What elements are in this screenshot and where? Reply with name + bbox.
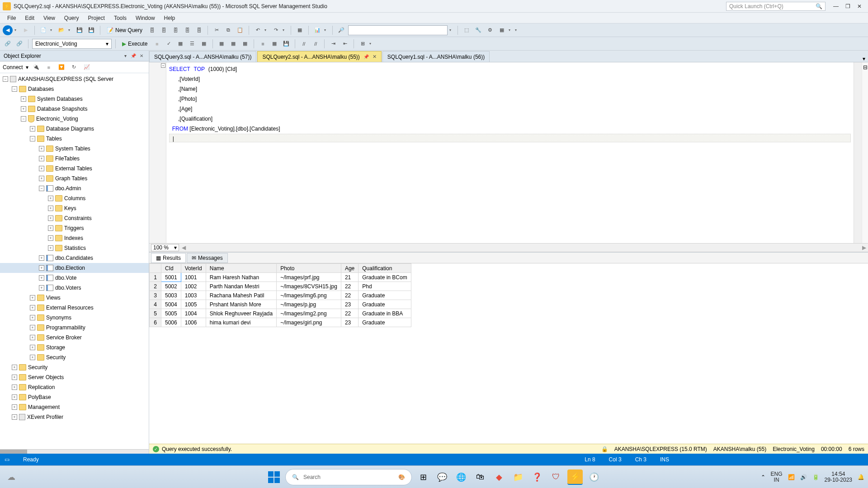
paste-button[interactable]: 📋 (235, 25, 245, 35)
t4-button[interactable]: ▦ (497, 25, 507, 35)
code-editor[interactable]: −SELECT TOP (1000) [CId] ,[VoterId] ,[Na… (149, 62, 868, 243)
client-stats-button[interactable]: ▦ (240, 39, 250, 49)
query-options-button[interactable]: ☰ (187, 39, 197, 49)
tab-sqlquery3[interactable]: SQLQuery3.sql - A...ANSHA\malku (57)) (149, 51, 256, 62)
panel-dropdown-icon[interactable]: ▾ (122, 52, 129, 60)
tree-system-tables[interactable]: +System Tables (0, 144, 149, 154)
table-row[interactable]: 650061006hima kumari devi~/Images/girl.p… (150, 318, 411, 327)
grid-cell[interactable]: ~/Images/p.jpg (277, 300, 341, 309)
copy-button[interactable]: ⧉ (223, 25, 233, 35)
change-connection-button[interactable]: 🔗 (14, 39, 24, 49)
grid-cell[interactable]: 21 (341, 273, 358, 282)
grid-cell[interactable]: Graduate (359, 318, 411, 327)
object-explorer-hscroll[interactable] (0, 449, 149, 454)
tree-programmability[interactable]: +Programmability (0, 323, 149, 333)
row-number[interactable]: 6 (150, 318, 161, 327)
comment-button[interactable]: // (299, 39, 309, 49)
grid-cell[interactable]: Parth Nandan Mestri (206, 282, 276, 291)
open-drop[interactable]: ▾ (68, 28, 73, 32)
grid-cell[interactable]: 1004 (181, 309, 206, 318)
grid-cell[interactable]: 1006 (181, 318, 206, 327)
stop-button-oe[interactable]: ■ (44, 62, 54, 72)
tree-dbo-vote[interactable]: +dbo.Vote (0, 273, 149, 283)
row-number[interactable]: 4 (150, 300, 161, 309)
grid-cell[interactable]: Phd (359, 282, 411, 291)
grid-cell[interactable]: Ram Haresh Nathan (206, 273, 276, 282)
table-row[interactable]: 250021002Parth Nandan Mestri~/Images/8CV… (150, 282, 411, 291)
minimize-button[interactable]: — (830, 2, 842, 11)
code-content[interactable]: −SELECT TOP (1000) [CId] ,[VoterId] ,[Na… (166, 62, 854, 243)
activity-monitor-button[interactable]: 📊 (312, 25, 322, 35)
save-all-button[interactable]: 💾 (86, 25, 96, 35)
tree-columns[interactable]: +Columns (0, 193, 149, 203)
zoom-dropdown[interactable]: 100 %▾ (151, 244, 179, 251)
connect-drop[interactable]: ▾ (26, 64, 28, 70)
database-dropdown[interactable]: Electronic_Voting ▾ (32, 39, 112, 49)
store-button[interactable]: 🛍 (472, 469, 488, 485)
estimated-plan-button[interactable]: ▦ (175, 39, 185, 49)
notifications-icon[interactable]: 🔔 (858, 474, 864, 480)
grid-header[interactable] (150, 264, 161, 273)
stop-button[interactable]: ■ (152, 39, 162, 49)
start-button[interactable] (266, 469, 282, 485)
tabs-overflow[interactable]: ▾ (860, 56, 868, 62)
tree-external-resources[interactable]: +External Resources (0, 303, 149, 313)
weather-widget[interactable]: ☁ (4, 469, 19, 485)
find-button[interactable]: 🔎 (336, 25, 346, 35)
chat-button[interactable]: 💬 (434, 469, 450, 485)
as-query-button[interactable]: 🗄 (159, 25, 169, 35)
disconnect-button[interactable]: 🔌 (31, 62, 41, 72)
t1-button[interactable]: ⬚ (462, 25, 472, 35)
menu-query[interactable]: Query (60, 14, 84, 23)
quick-launch-input[interactable]: Quick Launch (Ctrl+Q) 🔍 (726, 2, 826, 11)
t4-drop[interactable]: ▾ (509, 28, 513, 32)
task-view-button[interactable]: ⊞ (415, 469, 431, 485)
tray-overflow[interactable]: ⌃ (761, 474, 765, 480)
activity-drop[interactable]: ▾ (324, 28, 329, 32)
messages-tab[interactable]: ✉Messages (187, 253, 228, 263)
specify-values-button[interactable]: ⊞ (358, 39, 368, 49)
find-combo-drop[interactable]: ▾ (449, 28, 454, 32)
actual-plan-button[interactable]: ▦ (217, 39, 226, 49)
panel-close-icon[interactable]: ✕ (138, 52, 145, 60)
split-icon[interactable]: ⊟ (863, 64, 868, 70)
grid-cell[interactable]: ~/Images/prf.jpg (277, 273, 341, 282)
menu-window[interactable]: Window (131, 14, 160, 23)
tree-management[interactable]: +Management (0, 402, 149, 412)
tree-storage[interactable]: +Storage (0, 343, 149, 352)
connect-button[interactable]: 🔗 (3, 39, 13, 49)
mcafee-button[interactable]: 🛡 (548, 469, 564, 485)
grid-cell[interactable]: 1002 (181, 282, 206, 291)
battery-icon[interactable]: 🔋 (812, 474, 819, 480)
edge-button[interactable]: 🌐 (453, 469, 469, 485)
tree-database-snapshots[interactable]: +Database Snapshots (0, 104, 149, 114)
grid-cell[interactable]: 5005 (161, 309, 181, 318)
de-query-button[interactable]: 🗄 (147, 25, 157, 35)
nav-back-button[interactable]: ◀ (3, 25, 13, 35)
results-grid[interactable]: CIdVoterIdNamePhotoAgeQualification15001… (149, 263, 868, 444)
tab-sqlquery1[interactable]: SQLQuery1.sql - A...ANSHA\malku (56)) (382, 51, 490, 62)
grid-header[interactable]: Age (341, 264, 358, 273)
grid-cell[interactable]: ~/Images/img2.png (277, 309, 341, 318)
grid-cell[interactable]: Rachana Mahesh Patil (206, 291, 276, 300)
mdx-query-button[interactable]: 🗄 (170, 25, 180, 35)
language-indicator[interactable]: ENG IN (771, 471, 783, 483)
grid-cell[interactable]: 23 (341, 318, 358, 327)
tree-service-broker[interactable]: +Service Broker (0, 333, 149, 343)
grid-cell[interactable]: ~/Images/girl.png (277, 318, 341, 327)
tree-statistics[interactable]: +Statistics (0, 243, 149, 253)
results-file-button[interactable]: 💾 (281, 39, 291, 49)
t2-button[interactable]: 🔧 (473, 25, 483, 35)
results-text-button[interactable]: ≡ (258, 39, 268, 49)
toolbar-overflow[interactable]: ▾ (515, 28, 519, 32)
clock-app-button[interactable]: 🕐 (586, 469, 602, 485)
volume-icon[interactable]: 🔊 (800, 474, 807, 480)
help-button[interactable]: ❓ (529, 469, 545, 485)
restore-button[interactable]: ❐ (842, 2, 854, 11)
grid-header[interactable]: Name (206, 264, 276, 273)
find-combo[interactable] (348, 25, 448, 35)
tree-keys[interactable]: +Keys (0, 203, 149, 213)
grid-cell[interactable]: 5006 (161, 318, 181, 327)
menu-view[interactable]: View (39, 14, 60, 23)
grid-cell[interactable]: 22 (341, 282, 358, 291)
